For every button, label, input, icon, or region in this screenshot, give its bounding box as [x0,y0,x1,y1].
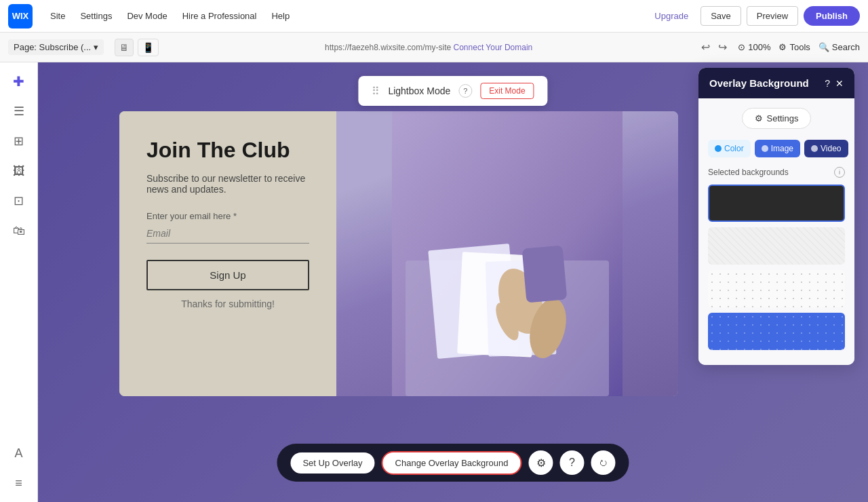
sidebar-layers-bottom-button[interactable]: ≡ [5,469,33,497]
setup-overlay-button[interactable]: Set Up Overlay [290,452,374,474]
panel-header-icons: ? ✕ [825,78,844,89]
background-option-dark[interactable] [708,185,845,222]
site-url: https://faezeh8.wixsite.com/my-site [325,43,451,52]
video-dot-icon [811,145,818,152]
more-icon: ⭮ [599,458,608,467]
tab-color[interactable]: Color [708,140,751,157]
nav-hire[interactable]: Hire a Professional [176,7,264,25]
upgrade-button[interactable]: Upgrade [648,7,695,25]
page-selector[interactable]: Page: Subscribe (... ▾ [8,39,104,55]
panel-close-button[interactable]: ✕ [835,78,844,89]
panel-tabs: Color Image Video [708,140,845,157]
layers-icon: ⊞ [14,134,24,149]
connect-domain-link[interactable]: Connect Your Domain [454,43,533,52]
info-icon[interactable]: i [834,167,845,178]
url-bar: https://faezeh8.wixsite.com/my-site Conn… [164,43,693,52]
selected-backgrounds-label: Selected backgrounds [708,168,789,177]
zoom-control[interactable]: ⊙ 100% [738,42,770,52]
settings-toolbar-button[interactable]: ⚙ [529,450,553,475]
undo-button[interactable]: ↩ [698,38,713,56]
help-icon: ? [569,457,575,469]
wix-logo: WIX [8,4,33,28]
gear-icon: ⚙ [755,113,763,123]
preview-button[interactable]: Preview [747,6,798,26]
tab-color-label: Color [724,144,744,153]
search-button[interactable]: 🔍 Search [818,42,860,52]
sidebar-apps-button[interactable]: ⊡ [5,187,33,214]
background-option-dots[interactable] [708,270,845,307]
top-bar: WIX Site Settings Dev Mode Hire a Profes… [0,0,868,33]
form-thanks: Thanks for submitting! [146,298,309,309]
pages-icon: ☰ [14,104,24,119]
exit-mode-button[interactable]: Exit Mode [480,83,534,99]
layers-bottom-icon: ≡ [15,476,22,490]
tools-button[interactable]: ⚙ Tools [778,42,810,52]
undo-redo: ↩ ↪ [698,38,730,56]
top-nav: Site Settings Dev Mode Hire a Profession… [43,7,648,25]
photo-section [336,111,678,396]
selected-backgrounds-section: Selected backgrounds i [708,167,845,178]
tab-video-label: Video [821,144,841,153]
signup-button[interactable]: Sign Up [146,260,309,290]
chevron-down-icon: ▾ [94,42,98,52]
svg-rect-8 [522,246,568,303]
tab-video[interactable]: Video [804,140,848,157]
save-button[interactable]: Save [701,6,741,26]
nav-site[interactable]: Site [43,7,72,25]
desktop-view-button[interactable]: 🖥 [115,39,134,56]
nav-help[interactable]: Help [264,7,296,25]
search-label: Search [832,42,860,52]
sidebar-media-button[interactable]: 🖼 [5,157,33,185]
image-dot-icon [762,145,768,152]
lightbox-mode-bar: ⠿ Lightbox Mode ? Exit Mode [358,76,547,106]
help-toolbar-button[interactable]: ? [560,450,585,475]
left-sidebar: ✚ ☰ ⊞ 🖼 ⊡ 🛍 A ≡ [0,62,38,502]
color-dot-icon [715,145,722,152]
hands-background [336,111,678,396]
bottom-toolbar: Set Up Overlay Change Overlay Background… [277,444,629,482]
tab-image[interactable]: Image [755,140,800,157]
email-label: Enter your email here * [146,211,309,221]
panel-title: Overlay Background [709,77,809,89]
second-bar: Page: Subscribe (... ▾ 🖥 📱 https://faeze… [0,33,868,62]
tab-image-label: Image [771,144,793,153]
sidebar-add-button[interactable]: ✚ [5,68,33,95]
form-description: Subscribe to our newsletter to receive n… [146,173,309,195]
second-bar-right: ↩ ↪ ⊙ 100% ⚙ Tools 🔍 Search [698,38,860,56]
form-title: Join The Club [146,138,309,162]
email-input[interactable] [146,224,309,244]
nav-settings[interactable]: Settings [73,7,119,25]
sidebar-layers-button[interactable]: ⊞ [5,128,33,155]
nav-devmode[interactable]: Dev Mode [120,7,174,25]
mobile-view-button[interactable]: 📱 [138,39,159,56]
lightbox-form: Join The Club Subscribe to our newslette… [119,111,678,396]
lightbox-help-button[interactable]: ? [458,84,472,98]
settings-button[interactable]: ⚙ Settings [742,108,812,129]
sidebar-store-button[interactable]: 🛍 [5,217,33,244]
drag-handle-icon: ⠿ [372,85,380,98]
store-icon: 🛍 [13,224,25,238]
sidebar-pages-button[interactable]: ☰ [5,98,33,125]
plus-icon: ✚ [13,73,24,90]
background-option-blue[interactable] [708,313,845,350]
view-toggle: 🖥 📱 [115,39,159,56]
background-option-light[interactable] [708,227,845,265]
change-overlay-background-button[interactable]: Change Overlay Background [382,451,522,475]
redo-button[interactable]: ↪ [715,38,730,56]
top-bar-right: Upgrade Save Preview Publish [648,6,860,26]
settings-icon: ⚙ [536,457,546,469]
panel-help-button[interactable]: ? [825,78,830,89]
lightbox-mode-label: Lightbox Mode [388,85,450,96]
page-name: Page: Subscribe (... [14,42,91,52]
publish-button[interactable]: Publish [804,6,860,26]
tools-label: Tools [789,42,810,52]
search-icon: 🔍 [818,42,829,52]
text-icon: A [14,446,22,461]
form-section: Join The Club Subscribe to our newslette… [119,111,336,396]
panel-body: ⚙ Settings Color Image Video Selected ba… [698,98,854,365]
overlay-background-panel: Overlay Background ? ✕ ⚙ Settings Color … [698,68,854,365]
sidebar-text-button[interactable]: A [5,440,33,467]
apps-icon: ⊡ [14,193,24,208]
more-toolbar-button[interactable]: ⭮ [591,450,616,475]
settings-label: Settings [767,113,799,123]
